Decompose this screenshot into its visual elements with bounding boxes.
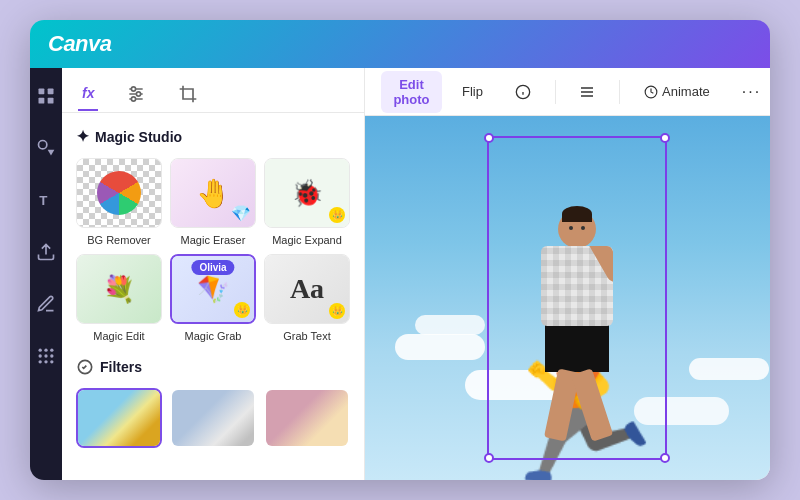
magic-star-icon: ✦: [76, 127, 89, 146]
more-button[interactable]: ···: [730, 77, 770, 107]
magic-grid: BG Remover 🤚 💎 Magic Eraser: [76, 158, 350, 342]
filter-item-3[interactable]: [264, 388, 350, 448]
diamond-icon: 💎: [231, 204, 251, 223]
cloud-3: [689, 358, 769, 380]
tab-crop[interactable]: [174, 76, 202, 112]
magic-item-bg-remover[interactable]: BG Remover: [76, 158, 162, 246]
canva-logo: Canva: [48, 31, 112, 57]
animate-button[interactable]: Animate: [632, 78, 722, 105]
kite-icon: 🪁: [197, 274, 229, 305]
eraser-thumb: 🤚 💎: [170, 158, 256, 228]
info-button[interactable]: [503, 78, 543, 106]
svg-point-4: [39, 141, 47, 149]
svg-point-11: [44, 354, 47, 357]
filters-title: Filters: [76, 358, 350, 376]
magic-item-edit[interactable]: 💐 Magic Edit: [76, 254, 162, 342]
expand-thumb: 🐞 👑: [264, 158, 350, 228]
svg-point-20: [137, 92, 141, 96]
filters-grid: [76, 388, 350, 448]
text-crown: 👑: [329, 303, 345, 319]
svg-text:T: T: [39, 193, 47, 208]
magic-item-grab[interactable]: Olivia 🪁 👑 Magic Grab: [170, 254, 256, 342]
top-bar: Canva: [30, 20, 770, 68]
flip-button[interactable]: Flip: [450, 78, 495, 105]
left-panel: fx ✦ Magic Studio: [62, 68, 365, 480]
filters-section: Filters: [76, 358, 350, 448]
bg-remover-thumb: [76, 158, 162, 228]
panel-tabs: fx: [62, 68, 364, 113]
filter-item-2[interactable]: [170, 388, 256, 448]
cloud-1: [395, 334, 485, 360]
magic-item-grab-text[interactable]: Aa 👑 Grab Text: [264, 254, 350, 342]
magic-item-expand[interactable]: 🐞 👑 Magic Expand: [264, 158, 350, 246]
edit-photo-button[interactable]: Edit photo: [381, 71, 442, 113]
selection-box: [487, 136, 667, 460]
tab-adjust[interactable]: [122, 76, 150, 112]
handle-bl[interactable]: [484, 453, 494, 463]
eraser-label: Magic Eraser: [181, 234, 246, 246]
tab-fx[interactable]: fx: [78, 77, 98, 111]
handle-br[interactable]: [660, 453, 670, 463]
canvas-viewport[interactable]: 🏃: [365, 116, 770, 480]
sidebar-icon-draw[interactable]: [30, 288, 62, 320]
svg-rect-2: [39, 98, 45, 104]
grab-crown: 👑: [234, 302, 250, 318]
svg-point-13: [39, 360, 42, 363]
magic-item-eraser[interactable]: 🤚 💎 Magic Eraser: [170, 158, 256, 246]
cloud-2: [415, 315, 485, 335]
fx-label: fx: [82, 85, 94, 101]
ladybug-icon: 🐞: [291, 178, 323, 209]
magic-studio-title: ✦ Magic Studio: [76, 127, 350, 146]
grab-label: Magic Grab: [185, 330, 242, 342]
filter-preview-1: [78, 390, 160, 446]
divider-1: [555, 80, 556, 104]
canvas-photo: 🏃: [365, 116, 770, 480]
svg-point-9: [50, 349, 53, 352]
svg-point-21: [132, 97, 136, 101]
handle-tr[interactable]: [660, 133, 670, 143]
filter-icon: [76, 358, 94, 376]
edit-label: Magic Edit: [93, 330, 144, 342]
canvas-toolbar: Edit photo Flip Animate ···: [365, 68, 770, 116]
svg-point-10: [39, 354, 42, 357]
svg-point-14: [44, 360, 47, 363]
svg-point-7: [39, 349, 42, 352]
svg-point-15: [50, 360, 53, 363]
divider-2: [619, 80, 620, 104]
bg-remover-label: BG Remover: [87, 234, 151, 246]
grab-thumb: Olivia 🪁 👑: [170, 254, 256, 324]
aa-icon: Aa: [290, 273, 324, 305]
filter-preview-3: [266, 390, 348, 446]
grab-text-label: Grab Text: [283, 330, 331, 342]
sidebar-icon-shapes[interactable]: [30, 132, 62, 164]
hand-icon: 🤚: [196, 177, 231, 210]
sidebar: T: [30, 68, 62, 480]
filter-item-1[interactable]: [76, 388, 162, 448]
svg-point-8: [44, 349, 47, 352]
expand-label: Magic Expand: [272, 234, 342, 246]
flower-icon: 💐: [103, 274, 135, 305]
lines-button[interactable]: [567, 78, 607, 106]
olivia-tooltip: Olivia: [191, 260, 234, 275]
svg-rect-1: [48, 89, 54, 95]
grab-text-thumb: Aa 👑: [264, 254, 350, 324]
edit-thumb: 💐: [76, 254, 162, 324]
svg-rect-0: [39, 89, 45, 95]
crown-badge: 👑: [329, 207, 345, 223]
sidebar-icon-upload[interactable]: [30, 236, 62, 268]
main-area: T fx: [30, 68, 770, 480]
svg-point-12: [50, 354, 53, 357]
panel-content: ✦ Magic Studio BG Remover: [62, 113, 364, 480]
svg-marker-5: [48, 150, 55, 156]
sidebar-icon-grid[interactable]: [30, 80, 62, 112]
sidebar-icon-apps[interactable]: [30, 340, 62, 372]
handle-tl[interactable]: [484, 133, 494, 143]
filter-preview-2: [172, 390, 254, 446]
canvas-area: Edit photo Flip Animate ···: [365, 68, 770, 480]
app-window: Canva T: [30, 20, 770, 480]
sidebar-icon-text[interactable]: T: [30, 184, 62, 216]
svg-rect-3: [48, 98, 54, 104]
svg-point-19: [132, 87, 136, 91]
